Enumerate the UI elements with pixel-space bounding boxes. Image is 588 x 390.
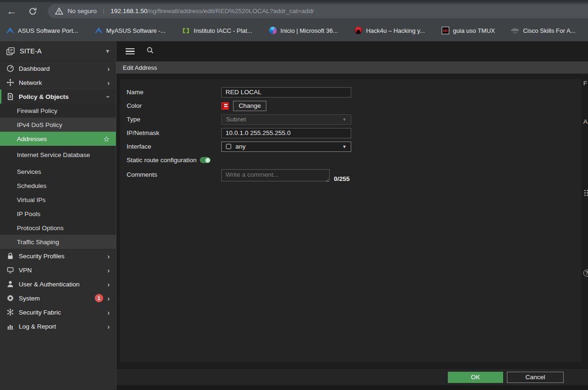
edit-address-form: Name Color Change Type: [120, 79, 581, 362]
form-row-name: Name: [127, 85, 581, 99]
comments-label: Comments: [127, 169, 221, 178]
sidebar-item-dashboard[interactable]: Dashboard ›: [0, 61, 116, 75]
gauge-icon: [6, 64, 15, 73]
monitor-icon: [6, 266, 15, 274]
sidebar-item-traffic-shaping[interactable]: Traffic Shaping: [0, 235, 116, 249]
asus-logo-icon: [6, 27, 14, 35]
reload-icon[interactable]: [28, 7, 38, 16]
sidebar-item-user-authentication[interactable]: User & Authentication ›: [0, 277, 116, 291]
security-status-label[interactable]: No seguro: [68, 8, 97, 15]
sidebar-item-log-report[interactable]: Log & Report ›: [0, 319, 116, 333]
chevron-right-icon: ›: [107, 323, 110, 330]
bookmark-cisco-skills[interactable]: cisco Cisco Skills For A...: [511, 27, 575, 35]
favorite-star-icon[interactable]: ☆: [103, 135, 110, 143]
name-input[interactable]: [221, 87, 351, 98]
static-route-toggle-on[interactable]: [200, 157, 211, 163]
caret-down-icon: ▼: [342, 144, 347, 149]
chevron-right-icon: ›: [107, 281, 110, 288]
vdom-selector[interactable]: SITE-A ▼: [0, 41, 116, 61]
chevron-right-icon: ›: [107, 309, 110, 316]
browser-chrome: ← No seguro | 192.168.1.50/ng/firewall/a…: [0, 0, 588, 41]
sidebar-item-virtual-ips[interactable]: Virtual IPs: [0, 193, 116, 207]
sidebar-item-vpn[interactable]: VPN ›: [0, 263, 116, 277]
cancel-button[interactable]: Cancel: [507, 372, 564, 383]
type-label: Type: [127, 116, 221, 123]
clipped-text-a: A: [583, 118, 588, 125]
back-icon[interactable]: ←: [7, 6, 17, 16]
arrows-cross-icon: [6, 78, 15, 87]
chevron-down-icon: ›: [105, 96, 112, 98]
chevron-right-icon: ›: [107, 295, 110, 302]
right-panel-clipped-edge: F A ?: [582, 74, 588, 368]
form-row-comments: Comments 0/255: [127, 167, 581, 183]
omnibox-divider: |: [103, 8, 104, 15]
site-name: SITE-A: [20, 47, 105, 55]
content-area: Edit Address Name Color Change: [116, 41, 588, 390]
sidebar-item-network[interactable]: Network ›: [0, 75, 116, 90]
interface-select[interactable]: any ▼: [221, 142, 351, 152]
sidebar-item-services[interactable]: Services: [0, 165, 116, 179]
comments-textarea[interactable]: [221, 169, 330, 181]
url-text[interactable]: 192.168.1.50/ng/firewall/address/edit/RE…: [111, 8, 314, 15]
bookmark-instituto-iacc[interactable]: Instituto IACC - Plat...: [182, 27, 252, 35]
clipped-text-f: F: [583, 80, 587, 87]
form-row-type: Type Subnet ▼: [127, 112, 581, 126]
interface-label: Interface: [127, 143, 221, 150]
sidebar-item-ip-pools[interactable]: IP Pools: [0, 207, 116, 221]
ip-netmask-input[interactable]: [221, 128, 351, 138]
name-label: Name: [127, 89, 221, 96]
search-icon[interactable]: [146, 46, 155, 57]
person-icon: [6, 280, 15, 288]
type-select: Subnet ▼: [221, 114, 351, 125]
bookmark-myasus[interactable]: MyASUS Software -...: [95, 27, 166, 35]
sidebar-item-internet-service-database[interactable]: Internet Service Database: [0, 146, 116, 165]
ip-netmask-label: IP/Netmask: [127, 129, 221, 136]
page-title-bar: Edit Address: [116, 61, 588, 74]
screen: ← No seguro | 192.168.1.50/ng/firewall/a…: [0, 0, 588, 390]
app-toolbar: [116, 41, 588, 61]
page-icon: [6, 92, 15, 101]
form-row-interface: Interface any ▼: [127, 140, 581, 153]
bookmark-hack4u[interactable]: Hack4u – Hacking y...: [354, 27, 425, 35]
sidebar-item-security-profiles[interactable]: Security Profiles ›: [0, 249, 116, 263]
asus-logo-icon: [95, 27, 103, 35]
gear-icon: [6, 294, 15, 302]
change-color-button[interactable]: Change: [233, 101, 266, 111]
page-body: Name Color Change Type: [116, 74, 588, 390]
fortigate-app: SITE-A ▼ Dashboard › Network ›: [0, 41, 588, 390]
bookmark-tmux-guide[interactable]: NK guia uso TMUX: [441, 27, 495, 35]
svg-text:cisco: cisco: [513, 31, 518, 33]
sidebar-item-security-fabric[interactable]: Security Fabric ›: [0, 305, 116, 319]
sidebar-item-system[interactable]: System 1 ›: [0, 291, 116, 305]
browser-toolbar: ← No seguro | 192.168.1.50/ng/firewall/a…: [0, 2, 588, 20]
sidebar-item-firewall-policy[interactable]: Firewall Policy: [0, 104, 116, 118]
color-swatch-icon: [221, 102, 229, 110]
static-route-label: Static route configuration: [127, 157, 196, 164]
bookmark-microsoft-365[interactable]: Inicio | Microsoft 36...: [269, 27, 338, 35]
sidebar-item-protocol-options[interactable]: Protocol Options: [0, 221, 116, 235]
alert-count-badge: 1: [95, 294, 103, 302]
chevron-right-icon: ›: [107, 79, 110, 86]
sidebar-item-policy-objects[interactable]: Policy & Objects ›: [0, 90, 116, 104]
sidebar-item-ipv4-dos-policy[interactable]: IPv4 DoS Policy: [0, 118, 116, 132]
microsoft-365-icon: [269, 27, 277, 35]
sidebar-item-schedules[interactable]: Schedules: [0, 179, 116, 193]
ok-button[interactable]: OK: [448, 372, 503, 383]
menu-hamburger-icon[interactable]: [126, 48, 135, 55]
sidebar-item-addresses[interactable]: Addresses ☆: [0, 132, 116, 146]
color-label: Color: [127, 102, 221, 109]
bottom-strip: [116, 385, 588, 390]
chevron-right-icon: ›: [107, 267, 110, 274]
chevron-right-icon: ›: [107, 253, 110, 260]
bookmark-asus-portal[interactable]: ASUS Software Port...: [6, 27, 78, 35]
cisco-logo-icon: cisco: [511, 27, 519, 35]
caret-down-icon: ▼: [105, 48, 110, 54]
fabric-icon: [6, 308, 15, 316]
form-row-ip-netmask: IP/Netmask: [127, 126, 581, 140]
help-circle-icon: ?: [583, 270, 588, 277]
not-secure-warning-icon[interactable]: [55, 7, 63, 15]
green-brackets-icon: [182, 27, 190, 35]
chevron-right-icon: ›: [107, 65, 110, 72]
bar-chart-icon: [6, 322, 15, 330]
address-bar[interactable]: No seguro | 192.168.1.50/ng/firewall/add…: [48, 4, 588, 18]
